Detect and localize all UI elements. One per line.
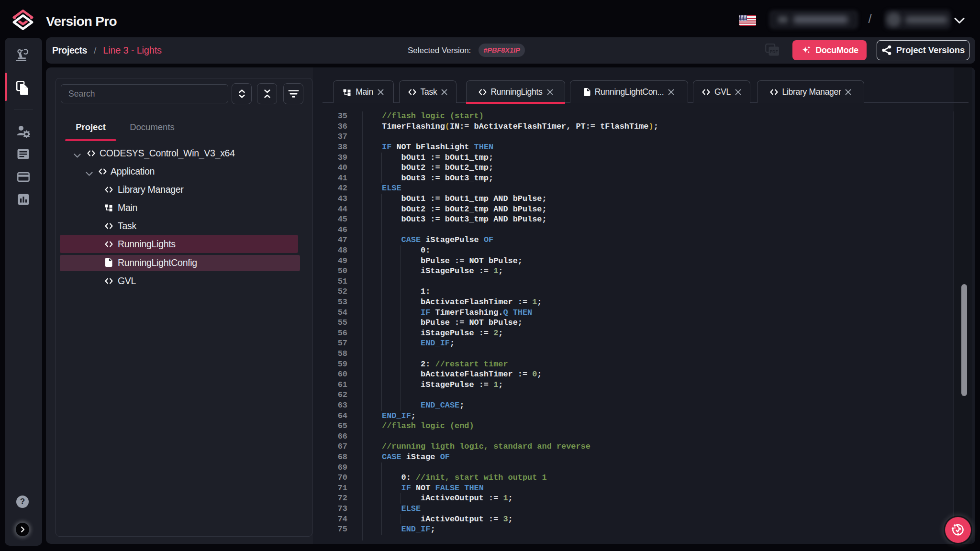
svg-text:PDF: PDF [770, 49, 778, 54]
